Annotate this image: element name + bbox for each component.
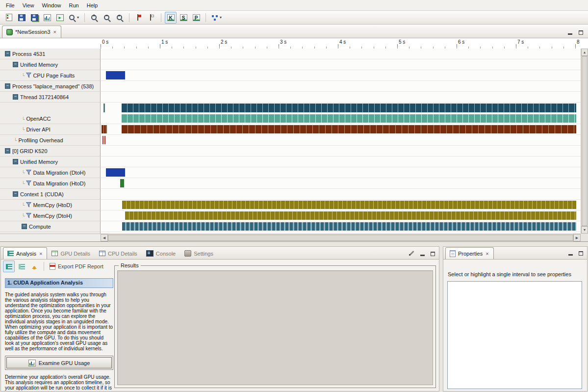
horizontal-scrollbar-thumb[interactable] — [108, 235, 573, 241]
guided-analysis-button[interactable] — [3, 261, 15, 272]
zoom-in-button[interactable]: + — [88, 12, 100, 24]
scroll-up-icon[interactable] — [581, 49, 588, 56]
analysis-section-title[interactable]: 1. CUDA Application Analysis — [5, 278, 113, 288]
row-label-process-4531[interactable]: Process 4531 — [0, 49, 101, 59]
export-pdf-report-button[interactable]: Export PDF Report — [48, 261, 105, 272]
collapse-icon[interactable] — [13, 62, 18, 67]
timeline-bar[interactable] — [122, 201, 576, 209]
timeline-bar[interactable] — [106, 71, 125, 79]
timeline-bar[interactable] — [122, 104, 576, 112]
goto-prev-marker-button[interactable] — [146, 12, 157, 24]
maximize-button[interactable] — [577, 29, 584, 35]
row-track[interactable] — [101, 81, 581, 92]
collapse-icon[interactable] — [5, 148, 10, 154]
timeline-bar[interactable] — [103, 104, 105, 112]
row-track[interactable] — [101, 210, 581, 221]
row-label-openacc[interactable]: OpenACC — [0, 103, 101, 124]
save-session-button[interactable] — [16, 12, 27, 24]
timeline-bar[interactable] — [120, 179, 124, 187]
unguided-analysis-button[interactable] — [16, 261, 27, 272]
row-track[interactable] — [101, 178, 581, 189]
row-track[interactable] — [101, 146, 581, 157]
row-label-thread-3172140864[interactable]: Thread 3172140864 — [0, 92, 101, 103]
save-session-as-button[interactable] — [28, 12, 40, 24]
kernel-mode-s-button[interactable]: S — [178, 12, 189, 24]
tab-console[interactable]: Console — [142, 247, 180, 259]
tab-analysis[interactable]: Analysis× — [3, 247, 47, 259]
close-icon[interactable]: × — [39, 251, 43, 256]
export-report-button[interactable] — [54, 12, 66, 24]
timeline-bar[interactable] — [102, 136, 103, 144]
row-track[interactable] — [101, 124, 581, 135]
tab-settings[interactable]: Settings — [180, 247, 218, 259]
close-icon[interactable]: × — [53, 29, 57, 34]
horizontal-scrollbar[interactable] — [101, 234, 581, 241]
show-chart-button[interactable] — [41, 12, 53, 24]
row-track[interactable] — [101, 167, 581, 178]
row-track[interactable] — [101, 189, 581, 200]
menu-view[interactable]: View — [19, 1, 38, 9]
scroll-right-icon[interactable] — [573, 234, 581, 241]
row-label-data-migration-dtoh[interactable]: Data Migration (DtoH) — [0, 167, 101, 178]
menu-window[interactable]: Window — [38, 1, 65, 9]
maximize-button[interactable] — [577, 250, 584, 256]
search-menu-button[interactable]: ▾ — [67, 12, 81, 24]
zoom-fit-button[interactable]: ▪ — [114, 12, 126, 24]
timeline-ruler[interactable]: 0 s1 s2 s3 s4 s5 s6 s7 s8 — [101, 38, 581, 49]
row-label-memcpy-dtoh[interactable]: MemCpy (DtoH) — [0, 210, 101, 221]
vertical-scrollbar-thumb[interactable] — [582, 56, 588, 226]
close-icon[interactable]: × — [485, 251, 489, 256]
maximize-button[interactable] — [429, 250, 436, 256]
row-label-0-grid-k520[interactable]: [0] GRID K520 — [0, 146, 101, 157]
collapse-icon[interactable] — [5, 51, 10, 56]
tab-properties[interactable]: Properties× — [445, 247, 494, 259]
analysis-menu-button[interactable]: ▾ — [209, 12, 224, 24]
row-track[interactable] — [101, 70, 581, 81]
zoom-out-button[interactable]: − — [101, 12, 113, 24]
collapse-icon[interactable] — [13, 94, 18, 100]
menu-help[interactable]: Help — [83, 1, 102, 9]
menu-file[interactable]: File — [2, 1, 19, 9]
row-label-unified-memory[interactable]: Unified Memory — [0, 157, 101, 167]
timeline-bar[interactable] — [125, 211, 576, 220]
row-label-driver-api[interactable]: Driver API — [0, 124, 101, 135]
row-track[interactable] — [101, 49, 581, 59]
goto-next-marker-button[interactable] — [133, 12, 145, 24]
timeline-bar[interactable] — [106, 168, 125, 177]
tab-cpu-details[interactable]: CPU Details — [95, 247, 142, 259]
minimize-button[interactable] — [419, 250, 426, 256]
timeline-bar[interactable] — [102, 125, 107, 133]
row-label-cpu-page-faults[interactable]: CPU Page Faults — [0, 70, 101, 81]
row-label-compute[interactable]: Compute — [0, 221, 101, 232]
row-label-profiling-overhead[interactable]: Profiling Overhead — [0, 135, 101, 146]
timeline-bar[interactable] — [122, 222, 576, 231]
kernel-mode-k-button[interactable]: K — [165, 12, 177, 24]
new-session-button[interactable] — [3, 12, 15, 24]
collapse-icon[interactable] — [13, 191, 18, 197]
collapse-icon[interactable] — [22, 224, 27, 229]
row-label-unified-memory[interactable]: Unified Memory — [0, 59, 101, 70]
row-track[interactable] — [101, 103, 581, 124]
kernel-mode-p-button[interactable]: P — [190, 12, 202, 24]
vertical-scrollbar[interactable] — [581, 49, 588, 234]
view-menu-icon[interactable] — [409, 250, 415, 256]
row-track[interactable] — [101, 200, 581, 210]
row-track[interactable] — [101, 59, 581, 70]
collapse-icon[interactable] — [13, 159, 18, 164]
tab-newsession3[interactable]: *NewSession3 × — [2, 26, 61, 38]
row-label-process-laplace-managed-538[interactable]: Process "laplace_managed" (538) — [0, 81, 101, 92]
examine-gpu-usage-button-face[interactable]: Examine GPU Usage — [6, 357, 112, 368]
examine-gpu-usage-button[interactable]: Examine GPU Usage — [5, 356, 113, 370]
row-track[interactable] — [101, 221, 581, 232]
row-label-data-migration-htod[interactable]: Data Migration (HtoD) — [0, 178, 101, 189]
timeline-bar[interactable] — [122, 125, 576, 133]
tab-gpu-details[interactable]: GPU Details — [47, 247, 95, 259]
collapse-icon[interactable] — [5, 83, 10, 89]
row-label-memcpy-htod[interactable]: MemCpy (HtoD) — [0, 200, 101, 210]
row-track[interactable] — [101, 92, 581, 103]
timeline-bar[interactable] — [122, 114, 576, 123]
row-track[interactable] — [101, 157, 581, 167]
scroll-down-icon[interactable] — [581, 226, 588, 234]
minimize-button[interactable] — [567, 250, 574, 256]
row-label-context-1-cuda[interactable]: Context 1 (CUDA) — [0, 189, 101, 200]
